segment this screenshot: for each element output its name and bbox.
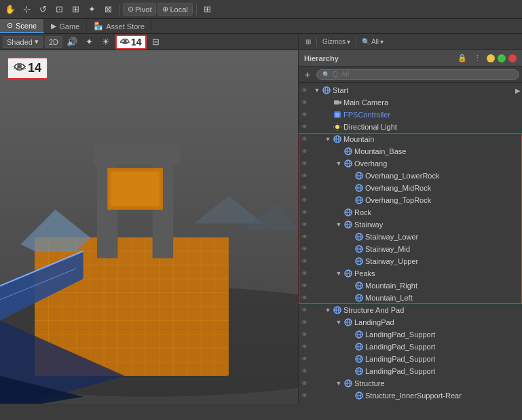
eye-icon-structure[interactable]: 👁 (299, 378, 310, 389)
scale-tool-icon[interactable]: ⊡ (52, 2, 67, 17)
scene-count-badge[interactable]: 👁 14 (7, 57, 48, 79)
tree-item-overhang-top[interactable]: 👁Overhang_TopRock (299, 194, 522, 206)
gizmos-layers-btn[interactable]: ⊞ (303, 37, 314, 46)
eye-icon-stairway-upper[interactable]: 👁 (299, 256, 310, 267)
search-dropdown[interactable]: 🔍 All ▾ (359, 37, 386, 46)
maximize-button[interactable] (498, 54, 506, 62)
tree-item-lp-support-3[interactable]: 👁LandingPad_Support (299, 353, 522, 365)
eye-icon-stairway[interactable]: 👁 (299, 219, 310, 230)
eye-icon-fps-controller[interactable]: 👁 (299, 109, 310, 120)
rect-tool-icon[interactable]: ⊞ (68, 2, 83, 17)
tree-label-stairway: Stairway (354, 221, 383, 229)
eye-icon-mountain-right[interactable]: 👁 (299, 280, 310, 291)
eye-icon-directional-light[interactable]: 👁 (299, 121, 310, 132)
tree-item-lp-support-1[interactable]: 👁LandingPad_Support (299, 328, 522, 341)
hierarchy-add-button[interactable]: + (301, 69, 314, 81)
tree-label-lp-support-3: LandingPad_Support (365, 355, 435, 363)
expand-icon-peaks[interactable]: ▼ (334, 270, 343, 277)
eye-icon-struct-inner-rear[interactable]: 👁 (299, 390, 310, 401)
tree-item-peaks[interactable]: 👁▼Peaks (299, 267, 522, 280)
custom-tool-icon[interactable]: ⊠ (100, 2, 115, 17)
shaded-dropdown[interactable]: Shaded ▾ (3, 36, 43, 48)
tab-game[interactable]: ▶ Game (44, 19, 87, 33)
eye-icon-peaks[interactable]: 👁 (299, 268, 310, 279)
gizmos-dropdown[interactable]: Gizmos ▾ (320, 37, 353, 46)
tree-label-start: Start (333, 86, 348, 94)
2d-button[interactable]: 2D (45, 36, 62, 48)
layer-count-badge[interactable]: 👁 14 (115, 35, 147, 50)
fx-icon[interactable]: ✦ (81, 35, 96, 50)
audio-icon[interactable]: 🔊 (64, 35, 79, 50)
eye-icon-structure-pad[interactable]: 👁 (299, 305, 310, 316)
eye-icon-landing-pad[interactable]: 👁 (299, 317, 310, 328)
tree-item-fps-controller[interactable]: 👁FPSController (299, 109, 522, 121)
eye-icon-overhang[interactable]: 👁 (299, 158, 310, 169)
local-button[interactable]: ⊕ Local (157, 3, 192, 16)
eye-icon-lp-support-2[interactable]: 👁 (299, 341, 310, 352)
expand-icon-overhang[interactable]: ▼ (334, 160, 343, 167)
minimize-button[interactable] (487, 54, 495, 62)
hand-tool-icon[interactable]: ✋ (3, 2, 18, 17)
expand-icon-mountain[interactable]: ▼ (323, 136, 333, 142)
tree-item-overhang[interactable]: 👁▼Overhang (299, 157, 522, 170)
tree-item-start[interactable]: 👁▼Start▶ (299, 84, 522, 96)
scene-light-icon[interactable]: ☀ (98, 35, 113, 50)
eye-icon-struct-inner-entrance[interactable]: 👁 (299, 402, 310, 404)
eye-icon-lp-support-3[interactable]: 👁 (299, 354, 310, 364)
transform-tool-icon[interactable]: ✦ (84, 2, 99, 17)
eye-icon-stairway-lower[interactable]: 👁 (299, 231, 310, 242)
tab-asset-store[interactable]: 🏪 Asset Store (87, 19, 152, 33)
tree-item-stairway-mid[interactable]: 👁Stairway_Mid (299, 243, 522, 255)
eye-icon-overhang-lower[interactable]: 👁 (299, 170, 310, 181)
eye-icon-mountain-base[interactable]: 👁 (299, 146, 310, 157)
tree-item-lp-support-4[interactable]: 👁LandingPad_Support (299, 365, 522, 377)
grid-icon[interactable]: ⊞ (200, 2, 215, 17)
tree-item-mountain-left[interactable]: 👁Mountain_Left (299, 292, 522, 304)
eye-icon-lp-support-1[interactable]: 👁 (299, 329, 310, 340)
close-button[interactable] (508, 54, 517, 62)
eye-icon-stairway-mid[interactable]: 👁 (299, 244, 310, 254)
expand-icon-structure[interactable]: ▼ (334, 380, 343, 387)
tree-item-directional-light[interactable]: 👁Directional Light (299, 121, 522, 133)
eye-icon-overhang-mid[interactable]: 👁 (299, 183, 310, 193)
tree-item-stairway-upper[interactable]: 👁Stairway_Upper (299, 255, 522, 267)
tree-item-struct-inner-entrance[interactable]: 👁Structure_InnerSupport-Entrance (299, 402, 522, 404)
expand-icon-landing-pad[interactable]: ▼ (334, 319, 343, 326)
eye-icon-overhang-top[interactable]: 👁 (299, 195, 310, 206)
move-tool-icon[interactable]: ⊹ (19, 2, 34, 17)
hierarchy-search-input[interactable] (333, 71, 513, 78)
tab-scene[interactable]: ⊙ Scene (0, 19, 44, 33)
expand-icon-structure-pad[interactable]: ▼ (323, 307, 333, 313)
rotate-tool-icon[interactable]: ↺ (35, 2, 50, 17)
toolbar-sep-2 (196, 3, 197, 16)
tree-item-structure[interactable]: 👁▼Structure (299, 377, 522, 389)
expand-icon-stairway[interactable]: ▼ (334, 221, 343, 228)
tree-item-mountain[interactable]: 👁▼Mountain (299, 133, 522, 145)
tree-icon-fps-controller (333, 110, 342, 119)
panel-lock-icon[interactable]: 🔒 (457, 53, 468, 64)
panel-more-icon[interactable]: ⋮ (472, 53, 483, 64)
tree-item-structure-pad[interactable]: 👁▼Structure And Pad (299, 304, 522, 316)
eye-icon-lp-support-4[interactable]: 👁 (299, 366, 310, 377)
eye-icon-main-camera[interactable]: 👁 (299, 97, 310, 108)
eye-icon-start[interactable]: 👁 (299, 85, 310, 96)
eye-icon-mountain-left[interactable]: 👁 (299, 292, 310, 303)
tree-item-struct-inner-rear[interactable]: 👁Structure_InnerSupport-Rear (299, 389, 522, 402)
tree-label-stairway-mid: Stairway_Mid (365, 245, 410, 253)
panel-arrow-start[interactable]: ▶ (515, 87, 521, 94)
tree-item-rock[interactable]: 👁Rock (299, 206, 522, 218)
tree-item-mountain-base[interactable]: 👁Mountain_Base (299, 145, 522, 157)
eye-icon-rock[interactable]: 👁 (299, 207, 310, 218)
tree-item-stairway-lower[interactable]: 👁Stairway_Lower (299, 231, 522, 243)
tree-item-lp-support-2[interactable]: 👁LandingPad_Support (299, 341, 522, 353)
tree-item-landing-pad[interactable]: 👁▼LandingPad (299, 316, 522, 328)
pivot-button[interactable]: ⊙ Pivot (123, 3, 156, 16)
tree-item-main-camera[interactable]: 👁Main Camera (299, 96, 522, 109)
eye-icon-mountain[interactable]: 👁 (299, 134, 310, 145)
tree-item-stairway[interactable]: 👁▼Stairway (299, 218, 522, 231)
layers-icon[interactable]: ⊟ (149, 35, 164, 50)
tree-item-overhang-lower[interactable]: 👁Overhang_LowerRock (299, 170, 522, 182)
tree-item-mountain-right[interactable]: 👁Mountain_Right (299, 280, 522, 292)
tree-item-overhang-mid[interactable]: 👁Overhang_MidRock (299, 182, 522, 194)
expand-icon-start[interactable]: ▼ (312, 87, 322, 94)
